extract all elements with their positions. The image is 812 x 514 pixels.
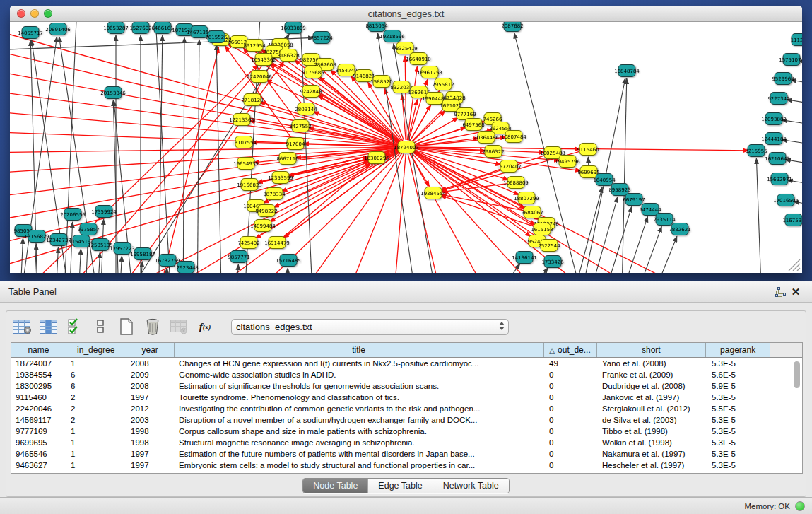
graph-node[interactable]: 2718120 <box>241 94 263 106</box>
table-settings-button[interactable] <box>12 317 32 337</box>
graph-node[interactable]: 9857771 <box>228 251 249 263</box>
graph-node[interactable]: 16033809 <box>281 22 306 34</box>
graph-node[interactable]: 1527602 <box>129 22 151 34</box>
column-header-name[interactable]: name <box>11 343 66 357</box>
graph-node[interactable]: 917004 <box>286 138 305 150</box>
zoom-window-button[interactable] <box>44 9 52 18</box>
column-header-short[interactable]: short <box>597 343 707 357</box>
network-canvas[interactable]: 1872400718300295193845549660128891295476… <box>10 22 802 273</box>
table-row[interactable]: 1456911722003Disruption of a novel membe… <box>11 414 802 426</box>
graph-node[interactable]: 19166823 <box>237 179 262 191</box>
table-row[interactable]: 969969511998Structural magnetic resonanc… <box>11 437 802 448</box>
graph-node[interactable]: 16961758 <box>417 66 442 78</box>
graph-node[interactable]: 16640910 <box>406 53 431 65</box>
graph-node[interactable]: 1733426 <box>541 256 564 268</box>
graph-node[interactable]: 10653287 <box>103 22 129 34</box>
select-all-button[interactable] <box>64 317 84 337</box>
table-row[interactable]: 1938455462009Genome-wide association stu… <box>11 369 802 380</box>
column-header-in_degree[interactable]: in_degree <box>66 343 126 357</box>
graph-node[interactable]: 1640954 <box>593 174 616 186</box>
network-window-titlebar[interactable]: citations_edges.txt <box>10 6 802 22</box>
graph-node[interactable]: 8215955 <box>745 145 767 157</box>
column-header-out_de[interactable]: △out_de... <box>544 343 597 357</box>
graph-node[interactable]: 15716485 <box>276 255 301 267</box>
table-row[interactable]: 1872400712008Changes of HCN gene express… <box>11 358 802 369</box>
graph-node[interactable]: 1167534 <box>782 214 802 226</box>
graph-node[interactable]: 10688809 <box>503 177 529 189</box>
graph-node[interactable]: 2522544 <box>538 240 560 252</box>
graph-node[interactable]: 9227342 <box>767 93 789 105</box>
table-row[interactable]: 946554611997Estimation of the future num… <box>11 448 802 460</box>
graph-node[interactable]: 8186328 <box>277 49 299 62</box>
network-table-selector[interactable]: citations_edges.txt <box>231 319 509 335</box>
graph-node[interactable]: 1615152 <box>531 223 553 235</box>
graph-node[interactable]: 12093882 <box>761 113 787 125</box>
graph-node[interactable]: 9175685 <box>302 66 324 78</box>
graph-node[interactable]: 16210643 <box>765 153 790 165</box>
graph-node[interactable]: 2935114 <box>653 214 676 226</box>
close-window-button[interactable] <box>17 9 25 18</box>
function-builder-button[interactable]: f(x) <box>195 317 215 337</box>
column-header-year[interactable]: year <box>126 343 175 357</box>
graph-node[interactable]: 17359924 <box>91 206 117 218</box>
column-chooser-button[interactable] <box>38 317 58 337</box>
graph-node[interactable]: 8667110 <box>276 153 298 165</box>
resize-grip[interactable] <box>789 259 800 271</box>
graph-node[interactable]: 19218596 <box>379 30 405 42</box>
graph-node[interactable]: 17016504 <box>773 194 799 206</box>
graph-node[interactable]: 9975857 <box>77 223 99 235</box>
graph-node[interactable]: 9242848 <box>300 86 322 98</box>
graph-node[interactable]: 7425402 <box>237 237 259 249</box>
graph-node[interactable]: 2803144 <box>295 103 317 115</box>
graph-node[interactable]: 9684067 <box>521 206 543 218</box>
network-view-window[interactable]: citations_edges.txt 18724007183002951938… <box>10 6 802 273</box>
graph-node[interactable]: 16914479 <box>264 237 290 249</box>
graph-node[interactable]: 7615526 <box>205 31 228 43</box>
graph-node[interactable]: 2087682 <box>501 22 523 32</box>
tab-network-table[interactable]: Network Table <box>433 479 509 493</box>
table-row[interactable]: 911546021997Tourette syndrome. Phenomeno… <box>11 392 802 403</box>
graph-node[interactable]: 7955812 <box>432 78 454 90</box>
rows-button[interactable] <box>90 317 110 337</box>
float-panel-icon[interactable] <box>772 285 788 299</box>
column-header-pagerank[interactable]: pagerank <box>706 343 770 357</box>
graph-node[interactable]: 14099484 <box>250 220 276 232</box>
graph-node[interactable]: 7832621 <box>669 223 690 235</box>
graph-node[interactable]: 6497568 <box>462 119 484 131</box>
graph-node[interactable]: 20153346 <box>100 87 126 99</box>
graph-node[interactable]: 7986322 <box>482 146 504 158</box>
graph-node[interactable]: 19384554 <box>420 187 446 199</box>
graph-node[interactable]: 9777169 <box>454 108 476 120</box>
tab-edge-table[interactable]: Edge Table <box>368 479 433 493</box>
graph-node[interactable]: 6679197 <box>623 194 645 206</box>
graph-node[interactable]: 14055717 <box>18 27 43 39</box>
table-row[interactable]: 977716911998Corpus callosum shape and si… <box>11 426 802 437</box>
graph-node[interactable]: 20891406 <box>45 23 71 35</box>
graph-node[interactable]: 8912954 <box>243 40 266 52</box>
graph-node[interactable]: 6466161 <box>151 22 173 34</box>
graph-node[interactable]: 8813054 <box>365 22 388 32</box>
table-row[interactable]: 1830029562008Estimation of significance … <box>11 380 802 392</box>
graph-node[interactable]: 8427552 <box>289 120 311 132</box>
graph-node[interactable]: 9115460 <box>577 144 599 156</box>
new-table-button[interactable] <box>117 317 136 337</box>
graph-node[interactable]: 15692971 <box>767 173 792 185</box>
graph-node[interactable]: 20206556 <box>60 209 86 221</box>
table-row[interactable]: 2242004622012Investigating the contribut… <box>11 403 802 414</box>
graph-node[interactable]: 9529968 <box>772 73 794 85</box>
close-panel-icon[interactable]: ✕ <box>788 285 804 299</box>
minimize-window-button[interactable] <box>30 9 39 18</box>
graph-node[interactable]: 7857224 <box>310 32 333 44</box>
table-vertical-scrollbar[interactable] <box>794 361 800 388</box>
table-row[interactable]: 946362711997Embryonic stem cells: a mode… <box>11 460 802 471</box>
column-header-title[interactable]: title <box>175 343 544 357</box>
graph-node[interactable]: 12444184 <box>761 133 787 145</box>
graph-node[interactable]: 8878334 <box>263 188 286 200</box>
import-table-disabled-button[interactable] <box>169 317 189 337</box>
graph-node[interactable]: 16848784 <box>614 65 640 77</box>
graph-node[interactable]: 111230 <box>791 34 802 46</box>
graph-node[interactable]: 18325419 <box>392 42 418 54</box>
graph-node[interactable]: 1588520 <box>370 76 392 88</box>
graph-node[interactable]: 14136141 <box>512 252 537 264</box>
graph-node[interactable]: 9498222 <box>255 205 277 217</box>
